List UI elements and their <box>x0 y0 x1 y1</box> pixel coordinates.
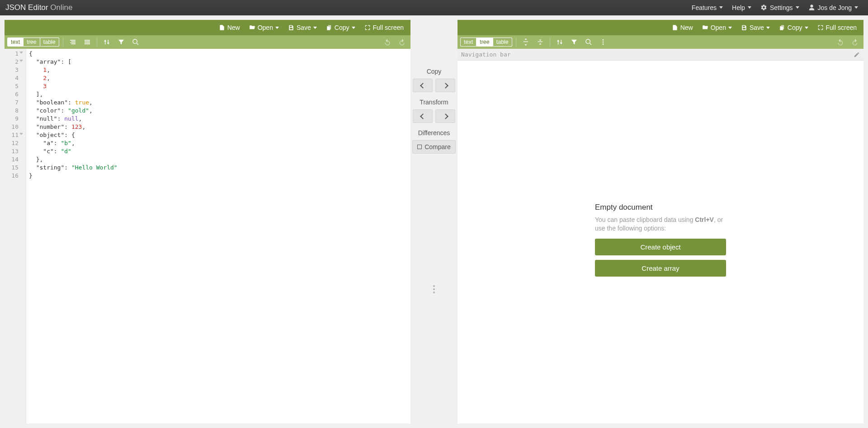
collapse-icon <box>537 38 544 46</box>
square-icon <box>417 145 422 149</box>
compact-icon <box>84 38 91 46</box>
differences-label: Differences <box>418 129 450 136</box>
open-button[interactable]: Open <box>698 22 736 33</box>
search-icon <box>132 38 139 46</box>
app-logo: JSON Editor Online <box>5 3 72 12</box>
transform-label: Transform <box>420 99 448 106</box>
open-button[interactable]: Open <box>245 22 283 33</box>
chevron-down-icon <box>766 27 770 29</box>
chevron-down-icon <box>854 6 858 9</box>
settings-menu[interactable]: Settings <box>756 0 804 15</box>
sort-button[interactable] <box>101 37 113 47</box>
copy-button[interactable]: Copy <box>322 22 359 33</box>
transform-left-button[interactable] <box>413 109 433 123</box>
navigation-bar[interactable]: Navigation bar <box>458 49 863 61</box>
chevron-down-icon <box>728 27 732 29</box>
search-button[interactable] <box>130 37 142 47</box>
undo-button[interactable] <box>835 37 846 47</box>
mode-table[interactable]: table <box>40 38 59 46</box>
right-subbar: text tree table <box>458 35 863 49</box>
save-icon <box>741 24 747 31</box>
user-menu[interactable]: Jos de Jong <box>804 0 863 15</box>
left-subbar: text tree table <box>5 35 410 49</box>
app-header: JSON Editor Online Features Help Setting… <box>0 0 868 15</box>
code-content[interactable]: { "array": [ 1, 2, 3 ], "boolean": true,… <box>26 49 118 423</box>
features-menu[interactable]: Features <box>687 0 727 15</box>
sort-icon <box>103 38 110 46</box>
folder-open-icon <box>702 24 708 31</box>
chevron-down-icon <box>313 27 317 29</box>
file-icon <box>219 24 225 31</box>
mode-tabs: text tree table <box>7 38 59 47</box>
chevron-left-icon <box>420 113 426 119</box>
fullscreen-button[interactable]: Full screen <box>360 22 408 33</box>
empty-state: Empty document You can paste clipboard d… <box>458 61 863 423</box>
filter-icon <box>118 38 125 46</box>
more-vertical-icon <box>599 38 607 46</box>
resize-handle[interactable] <box>433 285 435 293</box>
copy-label: Copy <box>427 68 442 75</box>
copy-right-button[interactable] <box>435 79 455 92</box>
folder-open-icon <box>249 24 255 31</box>
redo-icon <box>851 38 859 46</box>
copy-icon <box>326 24 332 31</box>
save-icon <box>288 24 294 31</box>
chevron-down-icon <box>275 27 279 29</box>
mode-table[interactable]: table <box>493 38 512 46</box>
sort-button[interactable] <box>554 37 566 47</box>
redo-button[interactable] <box>849 37 861 47</box>
mode-tabs: text tree table <box>460 38 512 47</box>
filter-button[interactable] <box>115 37 127 47</box>
redo-icon <box>398 38 406 46</box>
left-toolbar: New Open Save Copy Full screen <box>5 20 410 35</box>
left-code-editor[interactable]: 12345678910111213141516 { "array": [ 1, … <box>5 49 410 423</box>
chevron-down-icon <box>796 6 799 9</box>
left-panel: New Open Save Copy Full screen <box>5 20 410 423</box>
new-button[interactable]: New <box>668 22 697 33</box>
expand-icon <box>522 38 529 46</box>
expand-button[interactable] <box>520 37 532 47</box>
mode-text[interactable]: text <box>461 38 476 46</box>
save-button[interactable]: Save <box>284 22 321 33</box>
fullscreen-icon <box>817 24 824 31</box>
workspace: New Open Save Copy Full screen <box>0 15 868 428</box>
undo-button[interactable] <box>382 37 393 47</box>
fullscreen-icon <box>364 24 371 31</box>
chevron-right-icon <box>443 113 448 119</box>
right-panel: New Open Save Copy Full screen <box>458 20 863 423</box>
chevron-down-icon <box>719 6 723 9</box>
create-object-button[interactable]: Create object <box>595 239 726 255</box>
logo-bold: JSON Editor <box>5 3 48 12</box>
fullscreen-button[interactable]: Full screen <box>813 22 861 33</box>
svg-point-0 <box>602 39 604 41</box>
gear-icon <box>760 4 767 11</box>
mode-tree[interactable]: tree <box>24 38 40 46</box>
create-array-button[interactable]: Create array <box>595 260 726 277</box>
file-icon <box>672 24 678 31</box>
chevron-right-icon <box>443 83 448 89</box>
undo-icon <box>837 38 844 46</box>
compare-button[interactable]: Compare <box>412 140 456 154</box>
redo-button[interactable] <box>396 37 408 47</box>
copy-button[interactable]: Copy <box>775 22 812 33</box>
search-button[interactable] <box>583 37 594 47</box>
copy-icon <box>779 24 785 31</box>
filter-button[interactable] <box>568 37 580 47</box>
more-button[interactable] <box>597 37 609 47</box>
svg-point-2 <box>602 43 604 45</box>
chevron-down-icon <box>352 27 355 29</box>
chevron-down-icon <box>748 6 751 9</box>
copy-left-button[interactable] <box>413 79 433 92</box>
format-button[interactable] <box>67 37 79 47</box>
new-button[interactable]: New <box>215 22 244 33</box>
save-button[interactable]: Save <box>737 22 774 33</box>
mode-tree[interactable]: tree <box>476 38 493 46</box>
collapse-button[interactable] <box>534 37 546 47</box>
help-menu[interactable]: Help <box>727 0 756 15</box>
transform-right-button[interactable] <box>435 109 455 123</box>
pencil-icon[interactable] <box>854 52 860 58</box>
undo-icon <box>384 38 391 46</box>
empty-text: You can paste clipboard data using Ctrl+… <box>595 216 726 233</box>
compact-button[interactable] <box>81 37 93 47</box>
mode-text[interactable]: text <box>8 38 24 46</box>
